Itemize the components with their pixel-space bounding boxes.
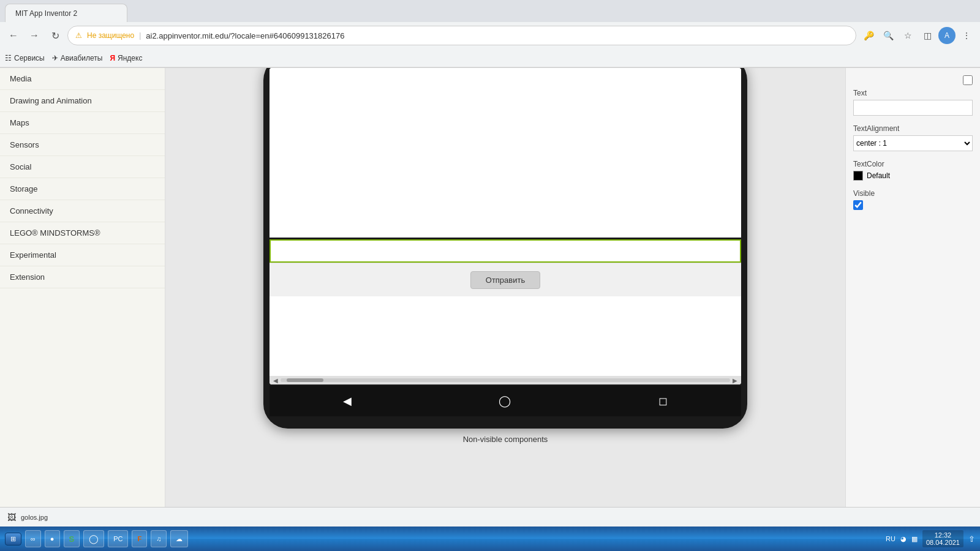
reload-button[interactable]: ↻ — [47, 27, 64, 44]
sidebar-item-sensors[interactable]: Sensors — [0, 134, 165, 156]
browser-chrome: MIT App Inventor 2 ← → ↻ ⚠ Не защищено |… — [0, 0, 980, 68]
sidebar-item-social[interactable]: Social — [0, 156, 165, 178]
sidebar-item-extension[interactable]: Extension — [0, 266, 165, 288]
bookmarks-bar: ☷ Сервисы ✈ Авиабилеты Я Яндекс — [0, 49, 980, 67]
taskbar-time: 12:32 — [926, 531, 960, 539]
sidebar-item-label: Drawing and Animation — [10, 96, 92, 105]
sidebar-item-drawing[interactable]: Drawing and Animation — [0, 90, 165, 112]
apps-grid-icon: ☷ — [5, 54, 12, 62]
visible-checkbox[interactable] — [853, 200, 863, 210]
taskbar-app-1[interactable]: ∞ — [25, 530, 41, 547]
sidebar-item-experimental[interactable]: Experimental — [0, 244, 165, 266]
taskbar-app-4[interactable]: PC — [108, 530, 128, 547]
text-color-value-row: Default — [853, 171, 973, 181]
lock-icon: ⚠ — [75, 31, 82, 40]
text-color-row: TextColor Default — [853, 160, 973, 181]
address-bar[interactable]: ⚠ Не защищено | ai2.appinventor.mit.edu/… — [67, 26, 856, 45]
bookmark-item-yandex[interactable]: Я Яндекс — [110, 54, 142, 62]
sidebar-item-label: Connectivity — [10, 206, 53, 216]
visible-property-label: Visible — [853, 189, 973, 198]
taskbar-app-5[interactable]: F — [132, 530, 147, 547]
text-property-label: Text — [853, 89, 973, 97]
sidebar-item-maps[interactable]: Maps — [0, 112, 165, 134]
home-nav-icon[interactable]: ◯ — [499, 394, 511, 408]
sidebar-item-storage[interactable]: Storage — [0, 178, 165, 200]
text-property-input[interactable] — [853, 100, 973, 116]
menu-icon-btn[interactable]: ⋮ — [958, 27, 975, 44]
start-button[interactable]: ⊞ — [5, 533, 21, 545]
lock-label: Не защищено — [87, 31, 134, 40]
taskbar-app-chrome[interactable]: ◯ — [83, 530, 104, 547]
sidebar-item-label: Storage — [10, 184, 38, 193]
taskbar-app-2[interactable]: ● — [45, 530, 60, 547]
taskbar-left: ⊞ ∞ ● S ◯ PC F ♫ ☁ — [5, 530, 188, 547]
scrollbar-thumb[interactable] — [287, 378, 323, 382]
bookmark-label-yandex: Яндекс — [118, 54, 142, 62]
top-checkbox[interactable] — [963, 75, 973, 85]
recents-nav-icon[interactable]: ◻ — [658, 394, 668, 408]
taskbar-app-music[interactable]: ♫ — [151, 530, 167, 547]
search-icon-btn[interactable]: 🔍 — [880, 27, 897, 44]
visible-checkbox-row — [853, 200, 973, 210]
phone-text-input[interactable] — [270, 239, 741, 263]
color-swatch[interactable] — [853, 171, 863, 181]
visible-property-row: Visible — [853, 189, 973, 210]
taskbar-right: RU ◕ ▩ 12:32 08.04.2021 ⇧ — [886, 530, 975, 547]
sidebar-item-label: Maps — [10, 118, 29, 127]
bookmark-item-flights[interactable]: ✈ Авиабилеты — [52, 54, 103, 62]
chrome-icon: ◯ — [89, 534, 99, 544]
plane-icon: ✈ — [52, 54, 58, 62]
start-icon: ⊞ — [10, 535, 16, 543]
top-checkbox-row — [853, 75, 973, 85]
active-tab[interactable]: MIT App Inventor 2 — [5, 4, 127, 22]
sidebar-item-media[interactable]: Media — [0, 68, 165, 90]
text-alignment-select[interactable]: center : 1 — [853, 135, 973, 151]
text-color-label: TextColor — [853, 160, 973, 168]
scrollbar-track — [281, 378, 730, 382]
download-bar: 🖼 golos.jpg — [0, 507, 980, 527]
sidebar-item-label: Sensors — [10, 140, 39, 149]
main-area: Media Drawing and Animation Maps Sensors… — [0, 68, 980, 507]
taskbar-signal-icon: ◕ — [900, 535, 907, 543]
phone-screen: Отправить ◀ ▶ — [270, 68, 741, 384]
taskbar-language: RU — [886, 535, 895, 542]
text-alignment-label: TextAlignment — [853, 124, 973, 133]
back-button[interactable]: ← — [5, 27, 22, 44]
sidebar-item-connectivity[interactable]: Connectivity — [0, 200, 165, 222]
phone-nav-bar: ◀ ◯ ◻ — [270, 386, 741, 416]
non-visible-label: Non-visible components — [165, 429, 845, 450]
phone-mockup: Отправить ◀ ▶ ◀ ◯ ◻ — [263, 68, 747, 429]
bookmark-label-services: Сервисы — [14, 54, 45, 62]
taskbar-app-cloud[interactable]: ☁ — [170, 530, 188, 547]
phone-send-button-label: Отправить — [486, 276, 525, 285]
scroll-left-arrow[interactable]: ◀ — [271, 377, 281, 384]
key-icon-btn[interactable]: 🔑 — [860, 27, 877, 44]
download-file-icon: 🖼 — [7, 512, 16, 522]
tab-bar: MIT App Inventor 2 — [0, 0, 980, 22]
left-sidebar: Media Drawing and Animation Maps Sensors… — [0, 68, 165, 507]
extensions-icon-btn[interactable]: ◫ — [919, 27, 936, 44]
taskbar-app-3[interactable]: S — [64, 530, 80, 547]
taskbar-battery-icon: ▩ — [911, 535, 918, 543]
bookmark-item-services[interactable]: ☷ Сервисы — [5, 54, 45, 62]
center-content: Отправить ◀ ▶ ◀ ◯ ◻ — [165, 68, 845, 507]
text-property-row: Text — [853, 89, 973, 116]
sidebar-item-label: Experimental — [10, 250, 56, 260]
address-bar-row: ← → ↻ ⚠ Не защищено | ai2.appinventor.mi… — [0, 22, 980, 49]
right-panel: Text TextAlignment center : 1 TextColor … — [845, 68, 980, 507]
taskbar-notification-icon[interactable]: ⇧ — [968, 534, 975, 544]
sidebar-item-lego[interactable]: LEGO® MINDSTORMS® — [0, 222, 165, 244]
taskbar-clock[interactable]: 12:32 08.04.2021 — [922, 530, 963, 547]
phone-empty-area — [270, 296, 741, 376]
profile-icon-btn[interactable]: A — [938, 27, 956, 44]
phone-scrollbar[interactable]: ◀ ▶ — [270, 376, 741, 384]
toolbar-icons: 🔑 🔍 ☆ ◫ A ⋮ — [860, 27, 975, 44]
tab-title: MIT App Inventor 2 — [15, 9, 77, 18]
phone-send-button[interactable]: Отправить — [470, 271, 540, 289]
scroll-right-arrow[interactable]: ▶ — [730, 377, 740, 384]
text-alignment-row: TextAlignment center : 1 — [853, 124, 973, 151]
bookmark-icon-btn[interactable]: ☆ — [899, 27, 916, 44]
forward-button[interactable]: → — [26, 27, 43, 44]
non-visible-text: Non-visible components — [463, 435, 548, 444]
back-nav-icon[interactable]: ◀ — [343, 394, 352, 408]
